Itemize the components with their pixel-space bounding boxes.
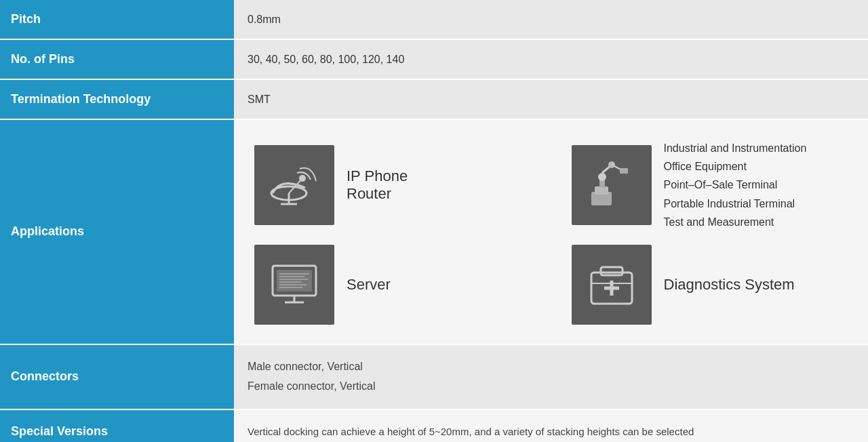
- applications-label: Applications: [0, 119, 234, 344]
- connectors-value: Male connector, Vertical Female connecto…: [234, 344, 868, 409]
- termination-row: Termination Technology SMT: [0, 79, 868, 119]
- spec-table: Pitch 0.8mm No. of Pins 30, 40, 50, 60, …: [0, 0, 868, 442]
- app-item-iphone: IP PhoneRouter: [254, 139, 531, 231]
- apps-grid: IP PhoneRouter: [254, 139, 848, 325]
- diagnostics-icon: [572, 245, 652, 325]
- industrial-label: Industrial and Instrumentation Office Eq…: [664, 139, 807, 231]
- svg-point-7: [608, 161, 615, 168]
- svg-point-6: [598, 173, 606, 181]
- app-item-server: Server: [254, 245, 531, 325]
- app-item-industrial: Industrial and Instrumentation Office Eq…: [572, 139, 848, 231]
- special-versions-label: Special Versions: [0, 409, 234, 442]
- pitch-label: Pitch: [0, 0, 234, 39]
- svg-rect-8: [620, 168, 628, 174]
- applications-content: IP PhoneRouter: [234, 119, 868, 344]
- special-versions-value: Vertical docking can achieve a height of…: [234, 409, 868, 442]
- pitch-value: 0.8mm: [234, 0, 868, 39]
- iphone-label: IP PhoneRouter: [347, 167, 408, 203]
- svg-rect-10: [277, 270, 312, 292]
- server-icon-img: [254, 245, 334, 325]
- pins-value: 30, 40, 50, 60, 80, 100, 120, 140: [234, 39, 868, 79]
- termination-value: SMT: [234, 79, 868, 119]
- connector-value2: Female connector, Vertical: [248, 380, 376, 392]
- satellite-icon: [254, 145, 334, 225]
- server-label: Server: [347, 276, 391, 294]
- applications-row: Applications: [0, 119, 868, 344]
- pins-row: No. of Pins 30, 40, 50, 60, 80, 100, 120…: [0, 39, 868, 79]
- connectors-row: Connectors Male connector, Vertical Fema…: [0, 344, 868, 409]
- pitch-row: Pitch 0.8mm: [0, 0, 868, 39]
- app-item-diagnostics: Diagnostics System: [572, 245, 848, 325]
- svg-rect-20: [601, 267, 623, 275]
- diagnostics-label: Diagnostics System: [664, 276, 795, 294]
- connectors-label: Connectors: [0, 344, 234, 409]
- special-versions-row: Special Versions Vertical docking can ac…: [0, 409, 868, 442]
- industrial-icon: [572, 145, 652, 225]
- connector-value1: Male connector, Vertical: [248, 361, 363, 372]
- pins-label: No. of Pins: [0, 39, 234, 79]
- termination-label: Termination Technology: [0, 79, 234, 119]
